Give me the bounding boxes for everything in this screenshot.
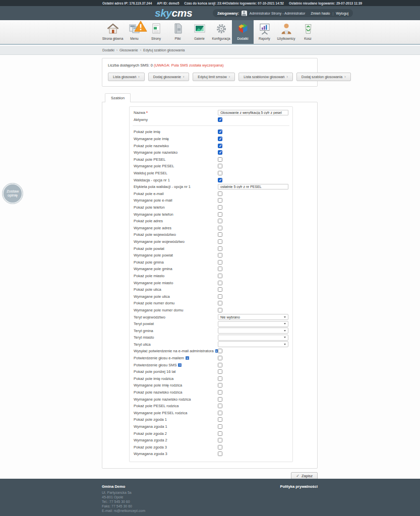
checkbox[interactable] (218, 171, 222, 175)
field-label-text: Wymagane pole ulica (134, 294, 170, 299)
action-button-lista-szablonów-głosowań[interactable]: Lista szablonów głosowań› (238, 73, 293, 81)
checkbox[interactable] (218, 157, 222, 162)
checkbox[interactable] (218, 287, 222, 292)
breadcrumb-item[interactable]: Głosowanie (119, 48, 138, 52)
checkbox[interactable] (218, 219, 222, 223)
files-icon (171, 22, 185, 35)
action-button-dodaj-głosowanie[interactable]: Dodaj głosowanie› (148, 73, 190, 81)
checkbox[interactable] (218, 164, 222, 168)
select[interactable]: Nie wybrano (218, 314, 288, 320)
toolbar-item-konfiguracja[interactable]: Konfiguracja (210, 20, 232, 44)
toolbar-item-kosz[interactable]: Kosz (297, 20, 319, 44)
button-label: Dodaj głosowanie (153, 75, 181, 79)
toolbar-item-użytkownicy[interactable]: Użytkownicy (275, 20, 297, 44)
change-password-link[interactable]: Zmień hasło (311, 12, 330, 15)
checkbox[interactable] (218, 246, 222, 251)
toolbar-item-pliki[interactable]: Pliki (167, 20, 189, 44)
checkbox[interactable] (218, 404, 222, 408)
main-content: Liczba dostępnych SMS: 0 (UWAGA: Pula SM… (102, 55, 318, 480)
field-label: Pokaż pole numer domu (134, 301, 218, 305)
field-label: Wymagane pole nazwisko rodzica (134, 397, 218, 402)
checkbox[interactable] (218, 198, 222, 203)
checkbox[interactable] (218, 267, 222, 271)
checkbox[interactable] (218, 294, 222, 299)
toolbar-item-galerie[interactable]: Galerie (189, 20, 210, 44)
checkbox[interactable] (218, 191, 222, 196)
checkbox[interactable] (218, 150, 222, 155)
field-label-text: Pokaż pole zgoda 2 (134, 431, 167, 436)
app-header: skycms Zalogowany: Administrator Strony … (0, 6, 420, 20)
checkbox[interactable] (218, 144, 222, 148)
toolbar-item-strony[interactable]: Strony (145, 20, 167, 44)
checkbox[interactable] (218, 137, 222, 141)
checkbox[interactable] (218, 308, 222, 312)
form-row: Etykieta pola walidacji - opcja nr 1 (130, 183, 292, 190)
select[interactable] (218, 335, 288, 341)
checkbox[interactable] (218, 349, 222, 353)
checkbox[interactable] (218, 417, 222, 422)
checkbox[interactable] (218, 205, 222, 210)
checkbox[interactable] (218, 424, 222, 429)
select-value: Nie wybrano (220, 315, 240, 319)
checkbox[interactable] (218, 274, 222, 278)
checkbox[interactable] (218, 281, 222, 285)
checkbox[interactable] (218, 301, 222, 305)
footer-address-block: Gmina Demo Ul. Partyzancka 5a45-801 Opol… (102, 484, 145, 513)
checkbox[interactable] (218, 411, 222, 415)
toolbar-item-raporty[interactable]: Raporty (254, 20, 275, 44)
button-label: Lista szablonów głosowań (244, 75, 284, 79)
action-button-lista-głosowań[interactable]: Lista głosowań› (108, 73, 145, 81)
text-input[interactable] (218, 110, 288, 115)
field-label-text: Wymagane pole e-mail (134, 198, 172, 203)
checkbox[interactable] (218, 178, 222, 182)
checkbox[interactable] (218, 431, 222, 436)
checkbox[interactable] (218, 452, 222, 456)
checkbox[interactable] (218, 253, 222, 257)
checkbox[interactable] (218, 383, 222, 388)
leave-feedback-button[interactable]: Zostaw opinię (2, 183, 23, 204)
checkbox[interactable] (218, 390, 222, 395)
api-id: API ID: demo5 (157, 2, 179, 5)
footer-content: Gmina Demo Ul. Partyzancka 5a45-801 Opol… (102, 479, 318, 513)
field-label: Wymagana zgoda 3 (134, 452, 218, 456)
privacy-policy-link[interactable]: Polityka prywatności (280, 484, 318, 513)
select[interactable] (218, 321, 288, 327)
toolbar-item-menu[interactable]: Menu (124, 20, 145, 44)
toolbar-item-dodatki[interactable]: Dodatki (232, 20, 254, 44)
form-row: Wymagane pole PESEL rodzica (130, 410, 292, 417)
form-row: Wymagane pole województwo (130, 238, 292, 245)
field-label-text: Wymagane pole gmina (134, 267, 172, 271)
field-label-text: Wymagane pole adres (134, 226, 171, 230)
checkbox[interactable] (218, 117, 222, 122)
action-button-dodaj-szablon-głosowania[interactable]: Dodaj szablon głosowania› (296, 73, 351, 81)
checkbox[interactable] (218, 356, 222, 360)
checkbox[interactable] (218, 376, 222, 381)
menu-icon (128, 22, 141, 35)
action-button-edytuj-limit-smsów[interactable]: Edytuj limit smsów› (193, 73, 235, 81)
select[interactable] (218, 328, 288, 334)
field-label: Nazwa* (134, 110, 218, 115)
checkbox[interactable] (218, 130, 222, 134)
footer-email-link[interactable]: E-mail: rs@netkoncept.com (102, 508, 145, 513)
breadcrumb-item[interactable]: Dodatki (102, 48, 114, 52)
logout-link[interactable]: Wyloguj (336, 12, 348, 15)
checkbox[interactable] (218, 260, 222, 265)
toolbar-item-strona-główna[interactable]: Strona główna (102, 20, 124, 44)
form-row: Pokaż pole powiat (130, 245, 292, 252)
tab-szablon[interactable]: Szablon (105, 93, 131, 102)
checkbox[interactable] (218, 239, 222, 244)
checkbox[interactable] (218, 438, 222, 442)
select[interactable] (218, 341, 288, 347)
checkbox[interactable] (218, 445, 222, 449)
field-label: Pokaż pole PESEL (134, 157, 218, 162)
checkbox[interactable] (218, 232, 222, 237)
checkbox[interactable] (218, 212, 222, 217)
checkbox[interactable] (218, 226, 222, 230)
arrow-icon: › (183, 75, 184, 79)
info-icon[interactable]: i (186, 356, 189, 360)
text-input[interactable] (218, 184, 288, 189)
checkbox[interactable] (218, 397, 222, 402)
checkbox[interactable] (218, 369, 222, 374)
info-icon[interactable]: i (178, 363, 182, 367)
checkbox[interactable] (218, 363, 222, 367)
